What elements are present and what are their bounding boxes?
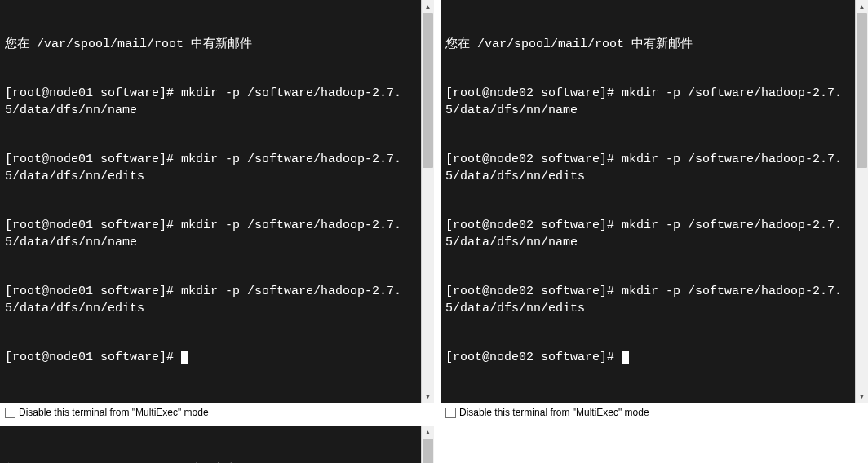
terminal-output-node02[interactable]: 您在 /var/spool/mail/root 中有新邮件 [root@node… [441,0,855,403]
terminal-pane-node03: 您在 /var/spool/mail/root 中有新邮件 [root@node… [0,426,434,463]
terminal-line: [root@node01 software]# mkdir -p /softwa… [5,86,416,119]
disable-multiexec-checkbox[interactable] [5,408,16,418]
disable-multiexec-label: Disable this terminal from "MultiExec" m… [459,407,649,418]
scroll-up-icon[interactable]: ▲ [422,426,434,439]
disable-multiexec-label: Disable this terminal from "MultiExec" m… [19,407,209,418]
terminal-line: [root@node01 software]# mkdir -p /softwa… [5,152,416,185]
scrollbar[interactable]: ▲ ▼ [421,426,434,463]
terminal-prompt-line: [root@node02 software]# [445,350,850,366]
empty-pane: https://blog.csdn.net/qq_37495786 [441,426,868,463]
cursor-icon [181,351,188,364]
terminal-prompt: [root@node01 software]# [5,351,181,364]
terminal-line: 您在 /var/spool/mail/root 中有新邮件 [5,37,416,53]
terminal-prompt-line: [root@node01 software]# [5,350,416,366]
scroll-down-icon[interactable]: ▼ [856,390,868,403]
terminal-line: 您在 /var/spool/mail/root 中有新邮件 [445,37,850,53]
terminal-prompt: [root@node02 software]# [445,351,622,364]
scroll-up-icon[interactable]: ▲ [422,0,434,13]
terminal-footer-node01: Disable this terminal from "MultiExec" m… [0,403,434,422]
scroll-up-icon[interactable]: ▲ [856,0,868,13]
terminal-line: [root@node02 software]# mkdir -p /softwa… [445,86,850,119]
terminal-pane-node02: 您在 /var/spool/mail/root 中有新邮件 [root@node… [441,0,868,403]
scrollbar[interactable]: ▲ ▼ [421,0,434,403]
scrollbar-thumb[interactable] [857,13,867,168]
disable-multiexec-checkbox[interactable] [445,408,456,418]
cursor-icon [622,351,629,364]
scroll-down-icon[interactable]: ▼ [422,390,434,403]
terminal-pane-node01: 您在 /var/spool/mail/root 中有新邮件 [root@node… [0,0,434,403]
terminal-output-node01[interactable]: 您在 /var/spool/mail/root 中有新邮件 [root@node… [0,0,421,403]
terminal-line: [root@node02 software]# mkdir -p /softwa… [445,152,850,185]
terminal-line: [root@node01 software]# mkdir -p /softwa… [5,218,416,251]
terminal-footer-node02: Disable this terminal from "MultiExec" m… [441,403,868,422]
scrollbar-thumb[interactable] [423,13,433,168]
scrollbar[interactable]: ▲ ▼ [855,0,868,403]
terminal-line: [root@node01 software]# mkdir -p /softwa… [5,284,416,317]
terminal-line: [root@node02 software]# mkdir -p /softwa… [445,218,850,251]
scrollbar-thumb[interactable] [423,439,433,463]
terminal-output-node03[interactable]: 您在 /var/spool/mail/root 中有新邮件 [root@node… [0,426,421,463]
terminal-line: [root@node02 software]# mkdir -p /softwa… [445,284,850,317]
